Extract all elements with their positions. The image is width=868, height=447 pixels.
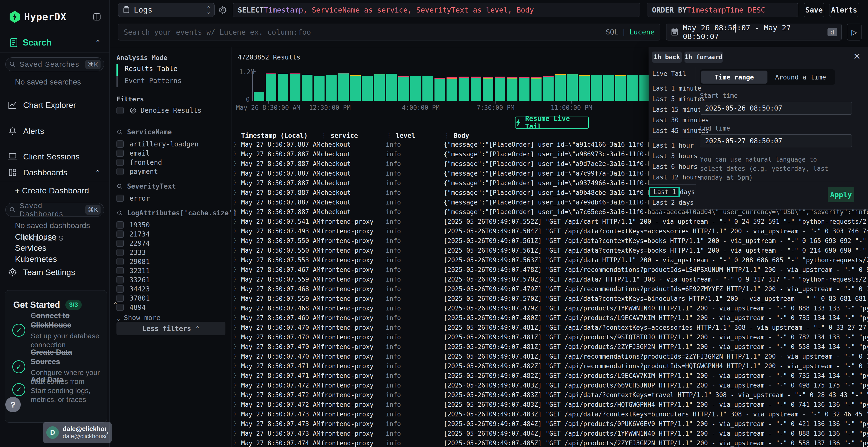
- row-expand-chevron-icon[interactable]: 〉: [231, 276, 241, 283]
- row-expand-chevron-icon[interactable]: 〉: [231, 285, 241, 293]
- table-row[interactable]: 〉May 27 8:50:07.472 AMfrontend-proxyinfo…: [231, 390, 868, 400]
- table-row[interactable]: 〉May 27 8:50:07.472 AMfrontend-proxyinfo…: [231, 381, 868, 390]
- filter-value-checkbox[interactable]: 33261: [117, 275, 225, 284]
- filter-value-checkbox[interactable]: 22974: [117, 239, 225, 248]
- denoise-checkbox[interactable]: Denoise Results: [117, 106, 202, 114]
- sidebar-item-chart-explorer[interactable]: Chart Explorer: [7, 98, 104, 112]
- table-row[interactable]: 〉May 27 8:50:07.467 AMfrontend-proxyinfo…: [231, 265, 868, 275]
- row-expand-chevron-icon[interactable]: 〉: [231, 343, 241, 350]
- help-button[interactable]: ?: [5, 397, 21, 412]
- shift-forward-button[interactable]: 1h forward: [684, 51, 723, 63]
- row-expand-chevron-icon[interactable]: 〉: [231, 141, 241, 148]
- quick-range-last-12-hours[interactable]: Last 12 hours: [649, 172, 695, 182]
- row-expand-chevron-icon[interactable]: 〉: [231, 179, 241, 187]
- sql-select-editor[interactable]: SELECT Timestamp, ServiceName as service…: [233, 3, 640, 17]
- sidebar-item-client-sessions[interactable]: Client Sessions: [7, 150, 104, 163]
- table-row[interactable]: 〉May 27 8:50:07.559 AMfrontend-proxyinfo…: [231, 275, 868, 284]
- row-expand-chevron-icon[interactable]: 〉: [231, 334, 241, 341]
- source-select[interactable]: Logs ⌃⌄: [118, 3, 215, 17]
- shift-back-button[interactable]: 1h back: [652, 51, 682, 63]
- show-more-link[interactable]: ⌄Show more: [117, 314, 225, 322]
- table-row[interactable]: 〉May 27 8:50:07.473 AMfrontend-proxyinfo…: [231, 429, 868, 438]
- lang-toggle-lucene[interactable]: Lucene: [629, 28, 655, 36]
- sidebar-item-alerts[interactable]: Alerts: [7, 124, 104, 138]
- quick-range-last-1-hour[interactable]: Last 1 hour: [649, 140, 695, 151]
- table-row[interactable]: 〉May 27 8:50:07.468 AMfrontend-proxyinfo…: [231, 284, 868, 294]
- table-row[interactable]: 〉May 27 8:50:07.470 AMfrontend-proxyinfo…: [231, 342, 868, 352]
- row-expand-chevron-icon[interactable]: 〉: [231, 266, 241, 273]
- row-expand-chevron-icon[interactable]: 〉: [231, 401, 241, 408]
- quick-range-live-tail[interactable]: Live Tail: [649, 68, 695, 79]
- get-started-item[interactable]: ✓Connect to ClickHouseSet up your databa…: [12, 311, 101, 349]
- quick-range-last-5-minutes[interactable]: Last 5 minutes: [649, 94, 695, 104]
- filter-value-checkbox[interactable]: 2333: [117, 248, 225, 257]
- row-expand-chevron-icon[interactable]: 〉: [231, 382, 241, 389]
- resume-live-tail-button[interactable]: Resume Live Tail: [515, 116, 589, 129]
- analysis-mode-results-table[interactable]: Results Table: [117, 63, 182, 75]
- run-query-button[interactable]: ▷: [847, 24, 862, 40]
- filter-value-checkbox[interactable]: 32311: [117, 266, 225, 275]
- user-menu[interactable]: D dale@clickhouse.com dale@clickhouse.co…: [43, 422, 112, 443]
- table-row[interactable]: 〉May 27 8:50:07.471 AMfrontend-proxyinfo…: [231, 371, 868, 381]
- column-header-level[interactable]: ⋮level: [386, 132, 444, 139]
- filter-value-checkbox[interactable]: email: [117, 148, 225, 158]
- create-dashboard-button[interactable]: + Create Dashboard: [15, 186, 89, 195]
- preset-item-clickhouse[interactable]: ClickHouse: [15, 232, 56, 242]
- sidebar-item-dashboards[interactable]: Dashboards⌃: [7, 166, 104, 179]
- tab-time-range[interactable]: Time range: [701, 71, 768, 83]
- chevron-up-icon[interactable]: ⌃: [95, 39, 101, 47]
- row-expand-chevron-icon[interactable]: 〉: [231, 324, 241, 331]
- less-filters-button[interactable]: Less filters ⌃: [117, 322, 225, 335]
- table-row[interactable]: 〉May 27 8:50:07.474 AMfrontend-proxyinfo…: [231, 438, 868, 447]
- row-expand-chevron-icon[interactable]: 〉: [231, 150, 241, 158]
- date-range-input[interactable]: May 26 08:50:07 - May 27 08:50:07 d: [666, 24, 842, 40]
- row-expand-chevron-icon[interactable]: 〉: [231, 199, 241, 206]
- table-row[interactable]: 〉May 27 8:50:07.473 AMfrontend-proxyinfo…: [231, 409, 868, 419]
- table-row[interactable]: 〉May 27 8:50:07.550 AMfrontend-proxyinfo…: [231, 246, 868, 255]
- filter-value-checkbox[interactable]: payment: [117, 167, 225, 176]
- row-expand-chevron-icon[interactable]: 〉: [231, 391, 241, 399]
- close-icon[interactable]: ✕: [853, 51, 861, 62]
- table-row[interactable]: 〉May 27 8:50:07.541 AMfrontend-proxyinfo…: [231, 217, 868, 227]
- analysis-mode-event-patterns[interactable]: Event Patterns: [117, 75, 182, 87]
- table-row[interactable]: 〉May 27 8:50:07.470 AMfrontend-proxyinfo…: [231, 323, 868, 332]
- filter-value-checkbox[interactable]: 29081: [117, 257, 225, 266]
- table-row[interactable]: 〉May 27 8:50:07.550 AMfrontend-proxyinfo…: [231, 236, 868, 246]
- row-expand-chevron-icon[interactable]: 〉: [231, 430, 241, 437]
- drag-handle-icon[interactable]: ⋮: [321, 132, 327, 139]
- table-row[interactable]: 〉May 27 8:50:07.493 AMfrontend-proxyinfo…: [231, 227, 868, 236]
- search-input[interactable]: Search your events w/ Lucene ex. column:…: [118, 24, 660, 40]
- table-row[interactable]: 〉May 27 8:50:07.470 AMfrontend-proxyinfo…: [231, 352, 868, 361]
- search-icon[interactable]: [117, 183, 123, 190]
- quick-range-last-15-minutes[interactable]: Last 15 minutes: [649, 104, 695, 115]
- filter-value-checkbox[interactable]: error: [117, 194, 225, 203]
- filter-value-checkbox[interactable]: 37801: [117, 294, 225, 303]
- column-header-timestamp[interactable]: Timestamp (Local): [241, 132, 321, 139]
- orderby-editor[interactable]: ORDER BY TimestampTime DESC: [647, 3, 798, 17]
- table-row[interactable]: 〉May 27 8:50:07.471 AMfrontend-proxyinfo…: [231, 361, 868, 371]
- quick-range-last-6-hours[interactable]: Last 6 hours: [649, 161, 695, 172]
- sidebar-item-search[interactable]: Search ⌃: [9, 37, 103, 49]
- tab-around-a-time[interactable]: Around a time: [768, 71, 834, 83]
- row-expand-chevron-icon[interactable]: 〉: [231, 363, 241, 370]
- filter-value-checkbox[interactable]: artillery-loadgen: [117, 139, 225, 148]
- table-row[interactable]: 〉May 27 8:50:07.472 AMfrontend-proxyinfo…: [231, 400, 868, 409]
- filter-value-checkbox[interactable]: 34423: [117, 284, 225, 294]
- row-expand-chevron-icon[interactable]: 〉: [231, 420, 241, 427]
- drag-handle-icon[interactable]: ⋮: [444, 132, 450, 139]
- sidebar-collapse-icon[interactable]: [91, 10, 103, 23]
- quick-range-last-30-minutes[interactable]: Last 30 minutes: [649, 115, 695, 126]
- row-expand-chevron-icon[interactable]: 〉: [231, 295, 241, 302]
- row-expand-chevron-icon[interactable]: 〉: [231, 353, 241, 360]
- row-expand-chevron-icon[interactable]: 〉: [231, 411, 241, 418]
- row-expand-chevron-icon[interactable]: 〉: [231, 440, 241, 447]
- filter-value-checkbox[interactable]: 19350: [117, 220, 225, 230]
- filter-value-checkbox[interactable]: 21734: [117, 230, 225, 239]
- table-row[interactable]: 〉May 27 8:50:07.473 AMfrontend-proxyinfo…: [231, 419, 868, 429]
- column-header-service[interactable]: ⋮service: [321, 132, 386, 139]
- quick-range-last-2-days[interactable]: Last 2 days: [649, 197, 695, 208]
- alerts-button[interactable]: Alerts: [829, 3, 859, 17]
- row-expand-chevron-icon[interactable]: 〉: [231, 160, 241, 167]
- row-expand-chevron-icon[interactable]: 〉: [231, 305, 241, 312]
- preset-item-services[interactable]: Services: [15, 243, 46, 253]
